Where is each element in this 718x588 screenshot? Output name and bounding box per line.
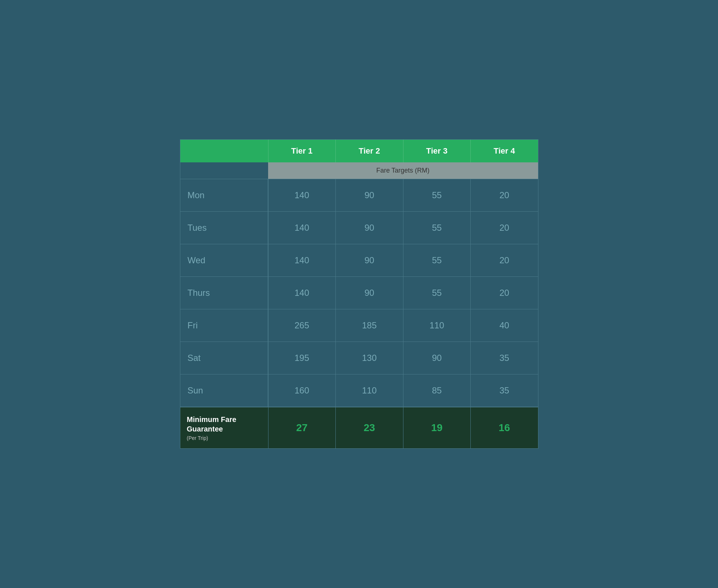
tier2-cell: 110 xyxy=(335,374,403,407)
tier2-cell: 90 xyxy=(335,244,403,276)
table-row: Fri 265 185 110 40 xyxy=(180,309,538,342)
tier1-cell: 265 xyxy=(268,309,336,342)
table-row: Sun 160 110 85 35 xyxy=(180,374,538,407)
tier1-cell: 160 xyxy=(268,374,336,407)
footer-row: Minimum FareGuarantee (Per Trip) 27 23 1… xyxy=(180,407,538,448)
footer-tier2-value: 23 xyxy=(335,407,403,448)
tier1-cell: 140 xyxy=(268,244,336,276)
tier3-cell: 55 xyxy=(403,277,471,309)
tier2-cell: 185 xyxy=(335,309,403,342)
tier2-header: Tier 2 xyxy=(335,140,403,162)
footer-label-inner: Minimum FareGuarantee (Per Trip) xyxy=(187,415,237,441)
tier2-cell: 90 xyxy=(335,277,403,309)
fare-targets-row: Fare Targets (RM) xyxy=(180,162,538,179)
tier4-cell: 20 xyxy=(470,212,538,244)
table-row: Tues 140 90 55 20 xyxy=(180,211,538,244)
tier4-cell: 20 xyxy=(470,277,538,309)
tier4-cell: 40 xyxy=(470,309,538,342)
tier1-cell: 195 xyxy=(268,342,336,374)
footer-tier1-value: 27 xyxy=(268,407,336,448)
tier2-cell: 130 xyxy=(335,342,403,374)
footer-tier3-value: 19 xyxy=(403,407,471,448)
tier4-cell: 35 xyxy=(470,374,538,407)
tier1-cell: 140 xyxy=(268,277,336,309)
table-row: Thurs 140 90 55 20 xyxy=(180,276,538,309)
day-cell: Thurs xyxy=(180,277,268,309)
tier3-cell: 55 xyxy=(403,179,471,211)
day-cell: Sun xyxy=(180,374,268,407)
footer-label-cell: Minimum FareGuarantee (Per Trip) xyxy=(180,407,268,448)
header-row: Tier 1 Tier 2 Tier 3 Tier 4 xyxy=(180,140,538,162)
day-cell: Tues xyxy=(180,212,268,244)
header-empty-cell xyxy=(180,140,268,162)
footer-label-main: Minimum FareGuarantee xyxy=(187,415,237,434)
tier3-cell: 110 xyxy=(403,309,471,342)
tier3-cell: 55 xyxy=(403,212,471,244)
day-cell: Sat xyxy=(180,342,268,374)
tier3-cell: 85 xyxy=(403,374,471,407)
table-row: Mon 140 90 55 20 xyxy=(180,179,538,211)
fare-targets-label: Fare Targets (RM) xyxy=(268,162,538,179)
table-row: Sat 195 130 90 35 xyxy=(180,342,538,374)
tier1-cell: 140 xyxy=(268,212,336,244)
day-cell: Fri xyxy=(180,309,268,342)
data-rows: Mon 140 90 55 20 Tues 140 90 55 20 Wed 1… xyxy=(180,179,538,407)
fare-targets-empty xyxy=(180,162,268,179)
day-cell: Wed xyxy=(180,244,268,276)
footer-label-sub: (Per Trip) xyxy=(187,435,237,441)
tier1-cell: 140 xyxy=(268,179,336,211)
fare-table: Tier 1 Tier 2 Tier 3 Tier 4 Fare Targets… xyxy=(180,139,538,449)
tier3-cell: 90 xyxy=(403,342,471,374)
tier2-cell: 90 xyxy=(335,179,403,211)
day-cell: Mon xyxy=(180,179,268,211)
tier3-cell: 55 xyxy=(403,244,471,276)
footer-tier4-value: 16 xyxy=(470,407,538,448)
tier2-cell: 90 xyxy=(335,212,403,244)
tier4-cell: 20 xyxy=(470,244,538,276)
tier3-header: Tier 3 xyxy=(403,140,471,162)
tier4-header: Tier 4 xyxy=(470,140,538,162)
tier1-header: Tier 1 xyxy=(268,140,336,162)
tier4-cell: 35 xyxy=(470,342,538,374)
tier4-cell: 20 xyxy=(470,179,538,211)
table-row: Wed 140 90 55 20 xyxy=(180,244,538,276)
